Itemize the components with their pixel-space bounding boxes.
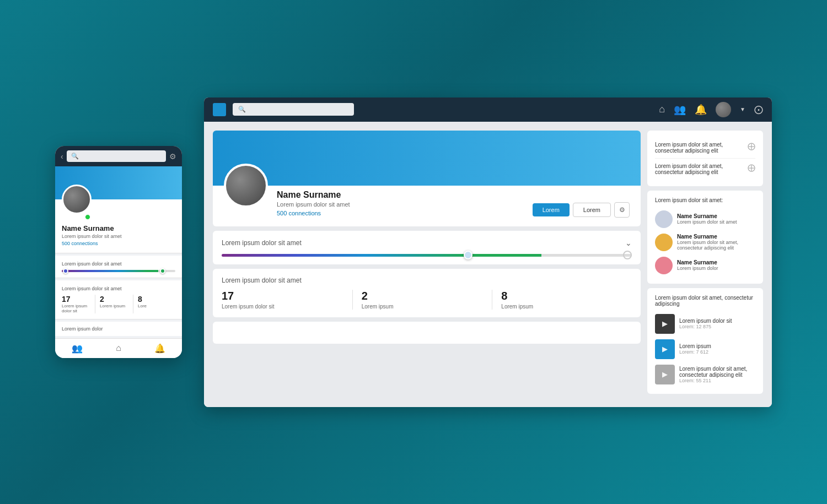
profile-card: Name Surname Lorem ipsum dolor sit amet … — [213, 131, 641, 226]
media-thumb-1[interactable]: ▶ — [655, 339, 675, 359]
mobile-stat-label-0: Lorem ipsum dolor sit — [62, 304, 90, 313]
profile-avatar — [224, 164, 268, 208]
desktop-people-icon[interactable]: 👥 — [674, 104, 686, 116]
profile-text: Name Surname Lorem ipsum dolor sit amet … — [277, 186, 524, 216]
mobile-stat-num-0: 17 — [62, 295, 90, 304]
profile-connections-link[interactable]: 500 connections — [277, 210, 524, 216]
mobile-stat-item: 17 Lorem ipsum dolor sit — [62, 295, 95, 313]
sidebar-suggestions-card: Lorem ipsum dolor sit amet: Name Surname… — [647, 191, 763, 284]
desktop-search-icon: 🔍 — [238, 106, 246, 113]
media-title-0[interactable]: Lorem ipsum dolor sit — [679, 318, 732, 324]
mobile-slider-label: Lorem ipsum dolor sit amet — [62, 261, 175, 267]
stats-row: 17 Lorem ipsum dolor sit 2 Lorem ipsum 8… — [222, 290, 632, 310]
mobile-topbar: ‹ 🔍 ⚙ — [55, 146, 182, 166]
desktop-grid-icon[interactable]: ⨀ — [754, 104, 763, 115]
mobile-nav-people-icon[interactable]: 👥 — [72, 343, 83, 354]
slider-header: Lorem ipsum dolor sit amet ⌄ — [222, 239, 632, 247]
sidebar-item-text-1[interactable]: Lorem ipsum dolor sit amet, consectetur … — [655, 163, 744, 175]
profile-name: Name Surname — [277, 190, 524, 200]
mobile-online-indicator — [85, 214, 90, 220]
media-text-0: Lorem ipsum dolor sit Lorem: 12 875 — [679, 318, 732, 329]
stat-item-0: 17 Lorem ipsum dolor sit — [222, 290, 353, 310]
desktop-home-icon[interactable]: ⌂ — [659, 104, 665, 115]
blank-card — [213, 322, 641, 344]
stats-title: Lorem ipsum dolor sit amet — [222, 277, 632, 284]
desktop-logo[interactable] — [213, 103, 226, 116]
mobile-stat-label-2: Lore — [138, 304, 167, 308]
media-text-2: Lorem ipsum dolor sit amet, consectetur … — [679, 366, 755, 383]
mobile-slider-section: Lorem ipsum dolor sit amet — [55, 256, 182, 278]
desktop-topbar: 🔍 ⌂ 👥 🔔 ▼ ⨀ — [204, 97, 772, 122]
suggestion-text-2: Name Surname Lorem ipsum dolor — [677, 259, 718, 271]
mobile-gear-icon[interactable]: ⚙ — [169, 152, 176, 161]
mobile-search-icon: 🔍 — [71, 153, 79, 159]
sidebar-item-text-0[interactable]: Lorem ipsum dolor sit amet, consectetur … — [655, 142, 744, 154]
mobile-stats-section: Lorem ipsum dolor sit amet 17 Lorem ipsu… — [55, 280, 182, 319]
slider-track[interactable] — [222, 254, 632, 257]
suggestion-text-0: Name Surname Lorem ipsum dolor sit amet — [677, 213, 737, 225]
media-title-1[interactable]: Lorem ipsum — [679, 343, 711, 349]
slider-chevron-icon[interactable]: ⌄ — [625, 239, 632, 247]
slider-title: Lorem ipsum dolor sit amet — [222, 239, 302, 247]
media-thumb-2[interactable]: ▶ — [655, 365, 675, 384]
mobile-lorem-section: Lorem ipsum dolor — [55, 322, 182, 336]
mobile-stat-item: 2 Lorem ipsum — [100, 295, 133, 313]
desktop-nav-right: ⌂ 👥 🔔 ▼ ⨀ — [659, 102, 763, 117]
desktop-search-bar[interactable]: 🔍 — [233, 103, 354, 116]
desktop-sidebar: Lorem ipsum dolor sit amet, consectetur … — [647, 131, 763, 398]
desktop-bell-icon[interactable]: 🔔 — [695, 104, 707, 116]
suggestion-name-2[interactable]: Name Surname — [677, 259, 718, 265]
mobile-mockup: ‹ 🔍 ⚙ Name Surname Lorem ipsum dolor sit… — [55, 146, 182, 358]
desktop-dropdown-arrow[interactable]: ▼ — [740, 106, 745, 112]
slider-end-marker — [623, 251, 632, 259]
suggestion-name-1[interactable]: Name Surname — [677, 234, 755, 240]
stat-num-2: 8 — [501, 290, 623, 302]
suggestion-sub-1: Lorem ipsum dolor sit amet, consectetur … — [677, 240, 755, 251]
profile-more-button[interactable]: ⚙ — [614, 202, 630, 218]
media-text-1: Lorem ipsum Lorem: 7 612 — [679, 343, 711, 355]
stat-num-0: 17 — [222, 290, 343, 302]
media-title-2[interactable]: Lorem ipsum dolor sit amet, consectetur … — [679, 366, 755, 378]
media-thumb-0[interactable]: ▶ — [655, 314, 675, 334]
suggestion-sub-2: Lorem ipsum dolor — [677, 265, 718, 271]
stat-label-0: Lorem ipsum dolor sit — [222, 304, 343, 310]
suggestion-item-1: Name Surname Lorem ipsum dolor sit amet,… — [655, 231, 755, 254]
desktop-body: Name Surname Lorem ipsum dolor sit amet … — [204, 122, 772, 407]
stat-num-1: 2 — [362, 290, 484, 302]
mobile-connections-link[interactable]: 500 connections — [62, 241, 175, 246]
mobile-profile-name: Name Surname — [62, 224, 175, 232]
media-item-0: ▶ Lorem ipsum dolor sit Lorem: 12 875 — [655, 311, 755, 337]
sidebar-add-icon-1[interactable]: ⨁ — [748, 163, 755, 172]
slider-thumb[interactable] — [464, 251, 472, 259]
mobile-profile-section: Name Surname Lorem ipsum dolor sit amet … — [55, 199, 182, 253]
mobile-search-bar[interactable]: 🔍 — [67, 150, 166, 162]
mobile-nav-home-icon[interactable]: ⌂ — [116, 343, 121, 354]
mobile-slider-thumb-left[interactable] — [63, 268, 68, 274]
mobile-slider-track[interactable] — [62, 270, 175, 272]
suggestion-avatar-2 — [655, 257, 673, 274]
mobile-stat-num-2: 8 — [138, 295, 167, 304]
profile-cover-photo — [213, 131, 641, 186]
sidebar-add-icon-0[interactable]: ⨁ — [748, 142, 755, 150]
message-button[interactable]: Lorem — [573, 203, 611, 217]
mobile-nav-bell-icon[interactable]: 🔔 — [154, 343, 165, 354]
profile-actions: Lorem Lorem ⚙ — [533, 186, 630, 218]
mobile-divider-2 — [55, 278, 182, 278]
mobile-divider-1 — [55, 253, 182, 253]
sidebar-item-row-1: Lorem ipsum dolor sit amet, consectetur … — [655, 159, 755, 180]
stat-label-2: Lorem ipsum — [501, 304, 623, 310]
sidebar-links-card: Lorem ipsum dolor sit amet, consectetur … — [647, 131, 763, 186]
mobile-slider-thumb-right[interactable] — [160, 268, 165, 274]
mobile-stats-label: Lorem ipsum dolor sit amet — [62, 286, 175, 291]
suggestion-avatar-1 — [655, 234, 673, 251]
connect-button[interactable]: Lorem — [533, 203, 570, 216]
suggestion-item-0: Name Surname Lorem ipsum dolor sit amet — [655, 208, 755, 231]
scene: ‹ 🔍 ⚙ Name Surname Lorem ipsum dolor sit… — [55, 97, 772, 407]
mobile-lorem-label: Lorem ipsum dolor — [62, 326, 103, 332]
media-item-2: ▶ Lorem ipsum dolor sit amet, consectetu… — [655, 362, 755, 387]
slider-card: Lorem ipsum dolor sit amet ⌄ — [213, 231, 641, 264]
mobile-back-button[interactable]: ‹ — [61, 152, 63, 161]
media-item-1: ▶ Lorem ipsum Lorem: 7 612 — [655, 337, 755, 362]
suggestion-name-0[interactable]: Name Surname — [677, 213, 737, 219]
desktop-user-avatar[interactable] — [716, 102, 731, 117]
